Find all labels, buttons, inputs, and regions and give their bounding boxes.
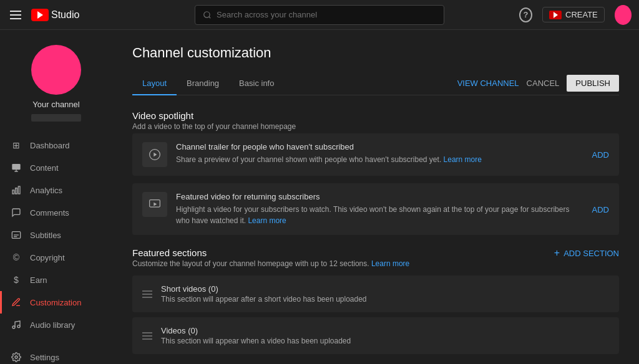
menu-icon[interactable] (7, 8, 24, 22)
channel-info: Your channel (0, 35, 112, 129)
sidebar-bottom: Settings Send feedback (0, 346, 112, 364)
sidebar-item-label: Settings (30, 353, 59, 362)
sidebar-item-label: Customization (30, 298, 81, 307)
customization-icon (10, 296, 22, 309)
featured-video-title: Featured video for returning subscribers (176, 192, 583, 201)
audio-library-icon (10, 318, 22, 331)
comments-icon (10, 206, 22, 219)
svg-marker-13 (154, 153, 157, 157)
sidebar-item-label: Subtitles (30, 231, 61, 240)
sidebar-item-analytics[interactable]: Analytics (0, 179, 112, 201)
video-spotlight-title: Video spotlight (132, 110, 619, 121)
short-videos-body: Short videos (0) This section will appea… (161, 284, 609, 304)
svg-rect-3 (12, 190, 14, 194)
sidebar-item-label: Audio library (30, 320, 75, 330)
copyright-icon: © (10, 251, 22, 264)
channel-avatar (31, 45, 81, 95)
sidebar-item-customization[interactable]: Customization (0, 291, 112, 314)
sidebar: Your channel ⊞ Dashboard Content Analyti… (0, 30, 112, 364)
videos-title: Videos (0) (161, 326, 609, 335)
featured-video-action: ADD (592, 204, 609, 215)
svg-marker-15 (154, 203, 157, 206)
add-section-label: ADD SECTION (563, 249, 619, 258)
analytics-icon (10, 184, 22, 196)
channel-trailer-learn-more[interactable]: Learn more (444, 155, 482, 164)
sidebar-item-comments[interactable]: Comments (0, 201, 112, 224)
tab-branding[interactable]: Branding (177, 74, 229, 95)
short-videos-drag-handle[interactable] (142, 290, 152, 298)
sidebar-item-copyright[interactable]: © Copyright (0, 246, 112, 269)
svg-point-0 (204, 11, 210, 17)
create-video-icon (549, 11, 562, 19)
publish-button[interactable]: PUBLISH (567, 75, 619, 92)
featured-video-body: Featured video for returning subscribers… (176, 192, 583, 226)
featured-video-learn-more[interactable]: Learn more (248, 216, 286, 225)
channel-trailer-title: Channel trailer for people who haven't s… (176, 142, 583, 151)
videos-section-card: Videos (0) This section will appear when… (132, 317, 619, 354)
avatar[interactable] (615, 5, 632, 25)
sidebar-item-label: Copyright (30, 253, 65, 262)
channel-trailer-add-button[interactable]: ADD (592, 150, 609, 160)
sidebar-item-audio-library[interactable]: Audio library (0, 314, 112, 336)
logo[interactable]: Studio (31, 9, 79, 21)
nav-items: ⊞ Dashboard Content Analytics Comments (0, 134, 112, 336)
sidebar-item-subtitles[interactable]: Subtitles (0, 224, 112, 246)
videos-desc: This section will appear when a video ha… (161, 337, 609, 345)
view-channel-button[interactable]: VIEW CHANNEL (457, 79, 519, 88)
search-icon (203, 11, 212, 19)
featured-video-card: Featured video for returning subscribers… (132, 183, 619, 235)
header-left: Studio (7, 8, 120, 22)
help-icon[interactable]: ? (519, 7, 532, 22)
video-spotlight-desc: Add a video to the top of your channel h… (132, 122, 619, 131)
videos-body: Videos (0) This section will appear when… (161, 326, 609, 345)
featured-video-icon (142, 192, 167, 217)
channel-trailer-icon (142, 142, 167, 167)
search-bar[interactable]: Search across your channel (195, 5, 444, 25)
channel-trailer-action: ADD (592, 149, 609, 160)
add-section-button[interactable]: + ADD SECTION (554, 247, 619, 259)
logo-text: Studio (51, 9, 79, 21)
page-title: Channel customization (132, 45, 619, 61)
featured-sections-learn-more[interactable]: Learn more (371, 259, 409, 268)
channel-handle-bar (31, 114, 81, 122)
body: Your channel ⊞ Dashboard Content Analyti… (0, 30, 639, 364)
featured-video-add-button[interactable]: ADD (592, 205, 609, 214)
dashboard-icon: ⊞ (10, 139, 22, 151)
sidebar-item-settings[interactable]: Settings (0, 346, 112, 364)
svg-rect-5 (18, 186, 20, 194)
sidebar-item-label: Analytics (30, 186, 62, 195)
channel-trailer-text: Share a preview of your channel shown wi… (176, 154, 583, 165)
tabs-actions: VIEW CHANNEL CANCEL PUBLISH (457, 75, 619, 94)
svg-point-11 (15, 356, 17, 358)
sidebar-item-label: Dashboard (30, 141, 70, 150)
sidebar-item-dashboard[interactable]: ⊞ Dashboard (0, 134, 112, 156)
video-spotlight-section: Video spotlight Add a video to the top o… (132, 110, 619, 235)
sidebar-item-label: Content (30, 163, 59, 173)
sidebar-item-earn[interactable]: $ Earn (0, 269, 112, 291)
svg-point-9 (12, 326, 15, 328)
content-icon (10, 161, 22, 174)
featured-sections-desc: Customize the layout of your channel hom… (132, 259, 409, 268)
videos-drag-handle[interactable] (142, 332, 152, 340)
cancel-button[interactable]: CANCEL (527, 79, 560, 88)
subtitles-icon (10, 229, 22, 241)
sidebar-item-content[interactable]: Content (0, 156, 112, 179)
featured-sections: Featured sections Customize the layout o… (132, 247, 619, 354)
header: Studio Search across your channel ? CREA… (0, 0, 639, 30)
header-search: Search across your channel (120, 5, 519, 25)
create-button[interactable]: CREATE (542, 7, 605, 22)
plus-icon: + (554, 247, 560, 259)
header-right: ? CREATE (519, 5, 632, 25)
tabs-row: Layout Branding Basic info VIEW CHANNEL … (132, 74, 619, 95)
tabs-left: Layout Branding Basic info (132, 74, 457, 95)
sidebar-item-label: Comments (30, 208, 69, 218)
featured-sections-info: Featured sections Customize the layout o… (132, 247, 409, 268)
youtube-icon (31, 9, 49, 21)
sidebar-item-label: Earn (30, 275, 47, 285)
tab-layout[interactable]: Layout (132, 74, 177, 95)
short-videos-title: Short videos (0) (161, 284, 609, 294)
create-label: CREATE (565, 10, 598, 19)
featured-video-text: Highlight a video for your subscribers t… (176, 204, 583, 226)
tab-basic-info[interactable]: Basic info (229, 74, 284, 95)
svg-rect-4 (16, 188, 17, 194)
